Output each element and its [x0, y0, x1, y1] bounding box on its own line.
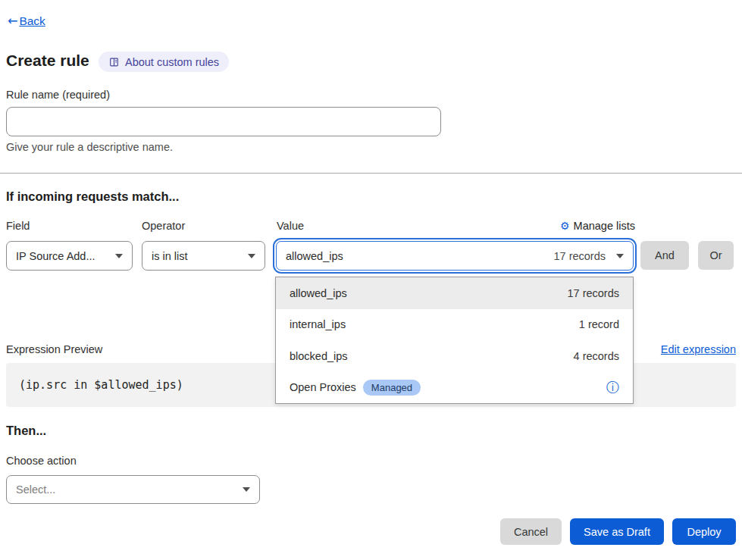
about-custom-rules-label: About custom rules	[125, 56, 219, 68]
match-section-heading: If incoming requests match...	[6, 189, 179, 204]
dropdown-item-open-proxies[interactable]: Open Proxies Managed ⓘ	[276, 372, 633, 404]
action-select[interactable]: Select...	[6, 475, 260, 504]
save-as-draft-button[interactable]: Save as Draft	[570, 518, 664, 545]
rule-name-helper-text: Give your rule a descriptive name.	[6, 141, 173, 153]
cancel-button[interactable]: Cancel	[500, 518, 562, 545]
dropdown-item-internal-ips[interactable]: internal_ips 1 record	[276, 309, 633, 341]
field-select[interactable]: IP Source Add...	[6, 241, 133, 271]
operator-select-value: is in list	[152, 250, 188, 262]
section-divider	[0, 173, 742, 174]
deploy-button[interactable]: Deploy	[672, 518, 736, 545]
list-name: Open Proxies	[290, 381, 356, 393]
dropdown-item-blocked-ips[interactable]: blocked_ips 4 records	[276, 340, 633, 372]
field-label: Field	[6, 220, 30, 232]
value-label: Value	[277, 220, 304, 232]
dropdown-item-allowed-ips[interactable]: allowed_ips 17 records	[276, 277, 633, 309]
choose-action-label: Choose action	[6, 455, 77, 467]
manage-lists-link[interactable]: ⚙ Manage lists	[560, 220, 635, 232]
rule-name-label: Rule name (required)	[6, 89, 110, 101]
and-button[interactable]: And	[640, 241, 689, 270]
list-name: blocked_ips	[290, 350, 348, 362]
operator-label: Operator	[142, 220, 185, 232]
gear-icon: ⚙	[560, 220, 570, 232]
value-select-value: allowed_ips	[286, 250, 343, 262]
list-name: internal_ips	[290, 318, 346, 330]
value-select-record-count: 17 records	[553, 250, 616, 262]
expression-preview-label: Expression Preview	[6, 343, 102, 355]
action-select-placeholder: Select...	[16, 483, 55, 496]
list-record-count: 17 records	[567, 287, 619, 299]
info-icon[interactable]: ⓘ	[606, 381, 619, 394]
edit-expression-link[interactable]: Edit expression	[661, 343, 736, 355]
value-select[interactable]: allowed_ips 17 records	[276, 241, 634, 271]
or-button[interactable]: Or	[698, 241, 734, 270]
book-icon	[108, 57, 120, 67]
back-link[interactable]: ← Back	[8, 14, 45, 28]
field-select-value: IP Source Add...	[16, 250, 95, 262]
rule-name-input[interactable]	[6, 107, 441, 136]
page-title: Create rule	[6, 52, 89, 70]
list-record-count: 4 records	[574, 350, 619, 362]
chevron-down-icon	[248, 254, 255, 258]
list-name: allowed_ips	[290, 287, 347, 299]
operator-select[interactable]: is in list	[142, 241, 265, 271]
managed-badge: Managed	[363, 380, 421, 396]
value-dropdown-menu: allowed_ips 17 records internal_ips 1 re…	[275, 277, 634, 404]
back-label: Back	[19, 14, 45, 28]
chevron-down-icon	[616, 254, 624, 258]
manage-lists-label: Manage lists	[574, 220, 635, 232]
then-section-heading: Then...	[6, 424, 46, 438]
back-arrow-icon: ←	[8, 14, 17, 28]
chevron-down-icon	[243, 487, 250, 492]
list-record-count: 1 record	[579, 318, 619, 330]
expression-code: (ip.src in $allowed_ips)	[19, 378, 183, 392]
about-custom-rules-link[interactable]: About custom rules	[99, 52, 229, 72]
chevron-down-icon	[115, 254, 123, 258]
